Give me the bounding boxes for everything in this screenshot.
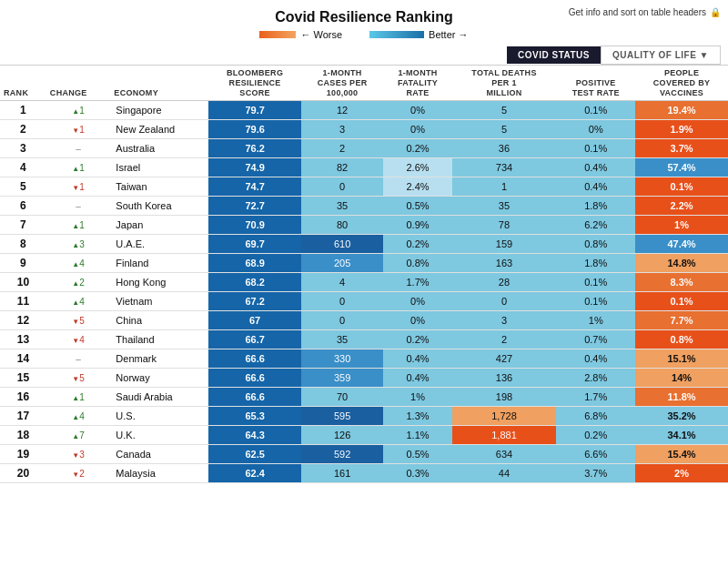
positive-cell: 1.8% (556, 254, 635, 273)
tab-covid-status[interactable]: COVID STATUS (507, 46, 601, 64)
score-cell: 67.2 (208, 292, 300, 311)
change-cell: 1 (46, 216, 111, 235)
change-cell: 1 (46, 177, 111, 197)
fatality-cell: 0.2% (383, 235, 451, 254)
positive-cell: 0.4% (556, 177, 635, 197)
change-cell: 2 (46, 273, 111, 292)
deaths-cell: 136 (452, 369, 557, 388)
score-cell: 65.3 (208, 407, 300, 426)
rank-cell: 11 (0, 292, 46, 311)
positive-cell: 0.7% (556, 330, 635, 349)
change-cell: 4 (46, 292, 111, 311)
economy-cell: Taiwan (110, 177, 208, 197)
col-score[interactable]: BLOOMBERGRESILIENCESCORE (208, 66, 300, 101)
score-cell: 62.5 (208, 445, 300, 464)
col-positive[interactable]: POSITIVETEST RATE (556, 66, 635, 101)
change-cell: 5 (46, 369, 111, 388)
col-deaths[interactable]: TOTAL DEATHSPER 1MILLION (452, 66, 557, 101)
vaccines-cell: 7.7% (635, 311, 728, 330)
col-vaccines[interactable]: PEOPLECOVERED BYVACCINES (635, 66, 728, 101)
change-cell: 4 (46, 254, 111, 273)
tab-quality-of-life[interactable]: QUALITY OF LIFE ▼ (601, 46, 721, 65)
cases-cell: 3 (301, 120, 384, 139)
rank-cell: 1 (0, 101, 46, 120)
deaths-cell: 3 (452, 311, 557, 330)
fatality-cell: 0.5% (383, 445, 451, 464)
table-row: 187U.K.64.31261.1%1,8810.2%34.1% (0, 426, 728, 445)
cases-cell: 330 (301, 349, 384, 369)
cases-cell: 35 (301, 197, 384, 216)
cases-cell: 0 (301, 292, 384, 311)
col-fatality[interactable]: 1-MONTHFATALITYRATE (383, 66, 451, 101)
deaths-cell: 36 (452, 139, 557, 158)
fatality-cell: 2.4% (383, 177, 451, 197)
col-cases[interactable]: 1-MONTHCASES PER100,000 (301, 66, 384, 101)
positive-cell: 0.4% (556, 158, 635, 177)
positive-cell: 0.1% (556, 101, 635, 120)
rank-cell: 18 (0, 426, 46, 445)
table-row: 155Norway66.63590.4%1362.8%14% (0, 369, 728, 388)
cases-cell: 70 (301, 388, 384, 407)
rank-cell: 15 (0, 369, 46, 388)
change-cell: 1 (46, 120, 111, 139)
deaths-cell: 163 (452, 254, 557, 273)
table-row: 174U.S.65.35951.3%1,7286.8%35.2% (0, 407, 728, 426)
change-cell: 3 (46, 445, 111, 464)
vaccines-cell: 34.1% (635, 426, 728, 445)
change-cell: 3 (46, 235, 111, 254)
deaths-cell: 1 (452, 177, 557, 197)
vaccines-cell: 0.8% (635, 330, 728, 349)
cases-cell: 359 (301, 369, 384, 388)
top-right-info: Get info and sort on table headers (569, 7, 706, 17)
fatality-cell: 0.2% (383, 139, 451, 158)
rank-cell: 17 (0, 407, 46, 426)
cases-cell: 0 (301, 311, 384, 330)
economy-cell: Malaysia (110, 464, 208, 483)
table-row: 11Singapore79.7120%50.1%19.4% (0, 101, 728, 120)
vaccines-cell: 1.9% (635, 120, 728, 139)
score-cell: 66.6 (208, 388, 300, 407)
positive-cell: 0.1% (556, 292, 635, 311)
change-cell: 7 (46, 426, 111, 445)
rank-cell: 19 (0, 445, 46, 464)
score-cell: 72.7 (208, 197, 300, 216)
positive-cell: 0.1% (556, 139, 635, 158)
fatality-cell: 0% (383, 311, 451, 330)
table-row: 41Israel74.9822.6%7340.4%57.4% (0, 158, 728, 177)
positive-cell: 1.8% (556, 197, 635, 216)
positive-cell: 0% (556, 120, 635, 139)
table-row: 193Canada62.55920.5%6346.6%15.4% (0, 445, 728, 464)
economy-cell: China (110, 311, 208, 330)
deaths-cell: 634 (452, 445, 557, 464)
deaths-cell: 427 (452, 349, 557, 369)
economy-cell: Hong Kong (110, 273, 208, 292)
table-row: 6–South Korea72.7350.5%351.8%2.2% (0, 197, 728, 216)
fatality-cell: 0.3% (383, 464, 451, 483)
rank-cell: 2 (0, 120, 46, 139)
score-cell: 66.6 (208, 369, 300, 388)
positive-cell: 6.2% (556, 216, 635, 235)
change-cell: – (46, 139, 111, 158)
score-cell: 69.7 (208, 235, 300, 254)
vaccines-cell: 19.4% (635, 101, 728, 120)
economy-cell: Canada (110, 445, 208, 464)
change-cell: 1 (46, 158, 111, 177)
deaths-cell: 44 (452, 464, 557, 483)
vaccines-cell: 15.4% (635, 445, 728, 464)
positive-cell: 3.7% (556, 464, 635, 483)
positive-cell: 0.4% (556, 349, 635, 369)
fatality-cell: 1.7% (383, 273, 451, 292)
vaccines-cell: 35.2% (635, 407, 728, 426)
economy-cell: Saudi Arabia (110, 388, 208, 407)
table-row: 3–Australia76.220.2%360.1%3.7% (0, 139, 728, 158)
economy-cell: South Korea (110, 197, 208, 216)
cases-cell: 595 (301, 407, 384, 426)
table-row: 102Hong Kong68.241.7%280.1%8.3% (0, 273, 728, 292)
col-rank: RANK (0, 66, 46, 101)
positive-cell: 0.1% (556, 273, 635, 292)
rank-cell: 16 (0, 388, 46, 407)
deaths-cell: 1,728 (452, 407, 557, 426)
table-row: 51Taiwan74.702.4%10.4%0.1% (0, 177, 728, 197)
vaccines-cell: 47.4% (635, 235, 728, 254)
score-cell: 64.3 (208, 426, 300, 445)
